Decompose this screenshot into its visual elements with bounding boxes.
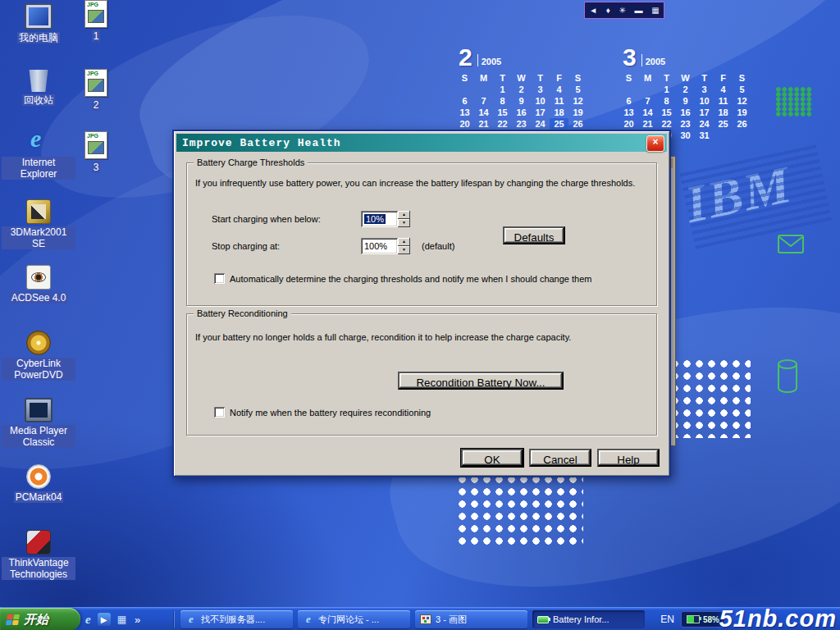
start-charging-spinner[interactable]: 10% ▲ ▼ — [361, 211, 410, 227]
calendar-day[interactable]: 15 — [493, 107, 512, 118]
checkbox-box[interactable] — [214, 407, 225, 418]
calendar-day[interactable]: 7 — [474, 95, 493, 107]
calendar-day[interactable]: 26 — [568, 118, 587, 130]
ok-button[interactable]: OK — [461, 449, 523, 467]
spin-down-button[interactable]: ▼ — [398, 246, 410, 254]
calendar-day[interactable]: 19 — [733, 107, 751, 118]
calendar-day[interactable]: 5 — [568, 84, 587, 95]
help-button[interactable]: Help — [597, 449, 660, 467]
calendar-day[interactable]: 1 — [657, 84, 676, 95]
calendar-day[interactable]: 25 — [714, 118, 733, 130]
calendar-day[interactable]: 10 — [695, 95, 714, 107]
desktop-icon-pcmark04[interactable]: PCMark04 — [2, 464, 75, 503]
calendar-day[interactable]: 19 — [568, 107, 587, 118]
start-charging-field[interactable]: 10% — [361, 211, 398, 227]
taskbar-task[interactable]: 3 - 画图 — [415, 610, 527, 628]
calendar-day[interactable]: 26 — [733, 118, 751, 130]
calendar-day[interactable]: 31 — [695, 130, 714, 141]
calendar-day[interactable]: 8 — [493, 95, 512, 107]
brightness-icon[interactable]: ✳ — [619, 7, 626, 15]
taskbar-task[interactable]: Battery Infor... — [532, 610, 645, 628]
calendar-day[interactable]: 4 — [714, 84, 733, 95]
desktop-icon-thinkvantage[interactable]: ThinkVantage Technologies — [2, 530, 75, 580]
calendar-day[interactable]: 2 — [512, 84, 531, 95]
calendar-day[interactable]: 2 — [676, 84, 695, 95]
dialog-titlebar[interactable]: Improve Battery Health × — [176, 134, 667, 152]
calendar-day[interactable]: 6 — [619, 95, 638, 107]
calendar-day[interactable]: 21 — [474, 118, 493, 130]
calendar-day[interactable]: 9 — [512, 95, 531, 107]
desktop-file[interactable]: JPG2 — [67, 69, 125, 111]
close-button[interactable]: × — [646, 135, 664, 152]
spin-up-button[interactable]: ▲ — [398, 238, 410, 246]
calendar-day[interactable]: 21 — [638, 118, 657, 130]
calendar-day[interactable]: 14 — [474, 107, 493, 118]
desktop-icon-internet-explorer[interactable]: Internet Explorer — [2, 130, 75, 180]
media-player-icon[interactable]: ▶ — [98, 613, 111, 626]
calendar-day[interactable]: 20 — [619, 118, 638, 130]
calendar-day[interactable]: 15 — [657, 107, 676, 118]
desktop-icon-powerdvd[interactable]: CyberLink PowerDVD — [2, 331, 75, 381]
calendar-day[interactable]: 11 — [714, 95, 733, 107]
calendar-day[interactable]: 6 — [455, 95, 474, 107]
calendar-day[interactable]: 18 — [550, 107, 568, 118]
defaults-button[interactable]: Defaults — [503, 226, 565, 244]
calendar-day[interactable]: 4 — [550, 84, 568, 95]
calendar-day[interactable]: 10 — [531, 95, 550, 107]
status-toolbar[interactable]: ◄♦✳▬▦ — [584, 2, 664, 19]
chevron-icon[interactable]: » — [135, 614, 140, 626]
calendar-day[interactable]: 5 — [733, 84, 751, 95]
calendar-day[interactable]: 12 — [568, 95, 587, 107]
calendar-day[interactable]: 16 — [512, 107, 531, 118]
desktop-icon-3dmark2001[interactable]: 3DMark2001 SE — [2, 199, 75, 249]
calendar-day[interactable]: 18 — [714, 107, 733, 118]
calendar-day[interactable]: 11 — [550, 95, 568, 107]
calendar-day[interactable]: 9 — [676, 95, 695, 107]
calendar-day[interactable]: 20 — [455, 118, 474, 130]
battery-status-icon[interactable]: ♦ — [606, 7, 610, 15]
calendar-day[interactable]: 1 — [493, 84, 512, 95]
calendar-day[interactable]: 25 — [550, 118, 568, 130]
show-desktop-icon[interactable]: ▦ — [117, 614, 126, 625]
spin-down-button[interactable]: ▼ — [398, 219, 410, 227]
calendar-day[interactable]: 24 — [695, 118, 714, 130]
calendar-day[interactable]: 3 — [531, 84, 550, 95]
calendar-day[interactable]: 14 — [638, 107, 657, 118]
language-indicator[interactable]: EN — [660, 614, 674, 625]
calendar-day[interactable]: 16 — [676, 107, 695, 118]
calendar-day[interactable]: 17 — [531, 107, 550, 118]
checkbox-box[interactable] — [214, 273, 225, 284]
desktop-file[interactable]: JPG1 — [67, 0, 125, 42]
auto-thresholds-checkbox[interactable]: Automatically determine the charging thr… — [214, 273, 591, 284]
start-button[interactable]: 开始 — [0, 608, 80, 630]
calendar-day[interactable]: 30 — [676, 130, 695, 141]
calendar-day[interactable]: 13 — [455, 107, 474, 118]
taskbar-task[interactable]: e专门网论坛 - ... — [298, 610, 410, 628]
spin-up-button[interactable]: ▲ — [398, 211, 410, 219]
calendar-day[interactable]: 22 — [493, 118, 512, 130]
taskbar-task[interactable]: e找不到服务器.... — [180, 610, 293, 628]
notify-reconditioning-checkbox[interactable]: Notify me when the battery requires reco… — [214, 407, 431, 418]
desktop-file[interactable]: JPG3 — [67, 131, 125, 173]
speaker-icon[interactable]: ◄ — [589, 7, 597, 15]
calendar-day[interactable]: 17 — [695, 107, 714, 118]
desktop-icon-media-player-classic[interactable]: Media Player Classic — [2, 398, 75, 448]
calendar-day[interactable]: 23 — [676, 118, 695, 130]
cancel-button[interactable]: Cancel — [529, 449, 591, 467]
recondition-battery-now-button[interactable]: Recondition Battery Now... — [398, 372, 564, 390]
calendar-day[interactable]: 23 — [512, 118, 531, 130]
calendar-day[interactable]: 13 — [619, 107, 638, 118]
desktop-icon-acdsee[interactable]: ACDSee 4.0 — [2, 265, 75, 304]
desktop-icon-my-computer[interactable]: 我的电脑 — [2, 3, 75, 43]
desktop-icon-recycle-bin[interactable]: 回收站 — [2, 67, 75, 106]
stop-charging-field[interactable]: 100% — [361, 238, 398, 254]
calendar-day[interactable]: 24 — [531, 118, 550, 130]
calendar-day[interactable]: 8 — [657, 95, 676, 107]
keyboard-icon[interactable]: ▦ — [651, 7, 659, 15]
internet-explorer-icon[interactable]: e — [85, 613, 91, 627]
calendar-day[interactable]: 7 — [638, 95, 657, 107]
calendar-day[interactable]: 22 — [657, 118, 676, 130]
calendar-day[interactable]: 12 — [733, 95, 751, 107]
calendar-day[interactable]: 3 — [695, 84, 714, 95]
stop-charging-spinner[interactable]: 100% ▲ ▼ — [361, 238, 410, 254]
